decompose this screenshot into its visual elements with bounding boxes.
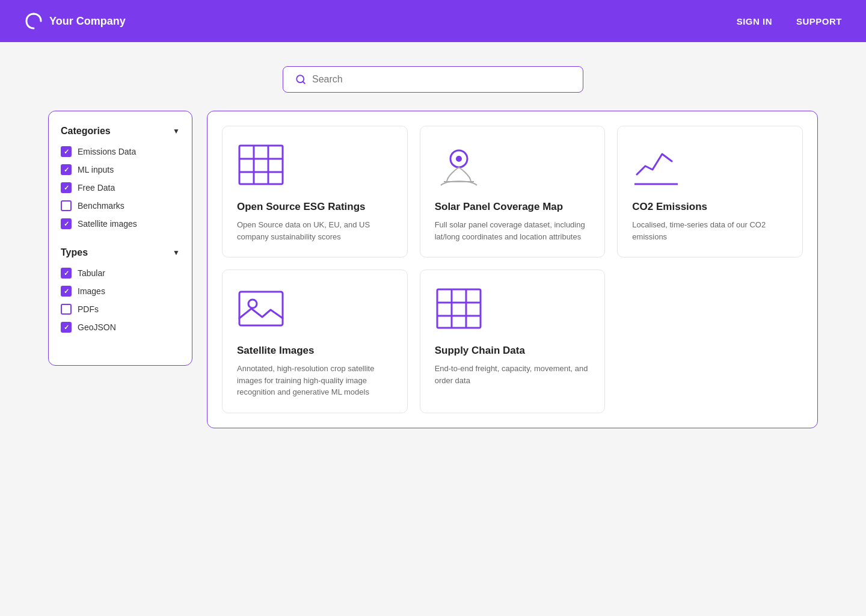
dataset-card[interactable]: CO2 Emissions Localised, time-series dat… — [617, 126, 803, 257]
sidebar-type-item[interactable]: Images — [61, 286, 180, 297]
dataset-card-icon — [237, 285, 393, 333]
brand: Your Company — [24, 11, 126, 31]
type-checkbox[interactable] — [61, 304, 72, 315]
sidebar-category-item[interactable]: ML inputs — [61, 164, 180, 175]
category-checkbox[interactable] — [61, 200, 72, 211]
type-checkbox[interactable] — [61, 268, 72, 279]
sidebar-category-item[interactable]: Emissions Data — [61, 146, 180, 157]
dataset-card[interactable]: Solar Panel Coverage Map Full solar pane… — [420, 126, 606, 257]
dataset-card-icon — [237, 141, 393, 189]
type-label: Tabular — [78, 268, 105, 278]
types-header[interactable]: Types ▼ — [61, 247, 180, 258]
dataset-card-desc: Open Source data on UK, EU, and US compa… — [237, 219, 393, 242]
type-label: GeoJSON — [78, 322, 116, 332]
dataset-card-title: Solar Panel Coverage Map — [435, 201, 591, 213]
search-box — [283, 66, 583, 93]
dataset-card-title: Open Source ESG Ratings — [237, 201, 393, 213]
category-checkbox[interactable] — [61, 218, 72, 229]
main-content: Categories ▼ Emissions Data ML inputs Fr… — [24, 111, 842, 452]
header-nav: SIGN IN SUPPORT — [737, 16, 842, 26]
sidebar-category-item[interactable]: Benchmarks — [61, 200, 180, 211]
category-label: Free Data — [78, 183, 115, 192]
sidebar: Categories ▼ Emissions Data ML inputs Fr… — [48, 111, 192, 366]
dataset-card-desc: End-to-end freight, capacity, movement, … — [435, 363, 591, 386]
svg-rect-2 — [239, 146, 283, 184]
dataset-card-desc: Localised, time-series data of our CO2 e… — [632, 219, 788, 242]
sidebar-type-item[interactable]: Tabular — [61, 268, 180, 279]
sign-in-link[interactable]: SIGN IN — [737, 16, 772, 26]
svg-line-1 — [302, 81, 304, 83]
sidebar-type-item[interactable]: PDFs — [61, 304, 180, 315]
dataset-grid-container: Open Source ESG Ratings Open Source data… — [207, 111, 818, 428]
categories-header[interactable]: Categories ▼ — [61, 126, 180, 137]
categories-chevron-icon: ▼ — [173, 127, 180, 135]
type-label: PDFs — [78, 304, 99, 314]
category-label: Benchmarks — [78, 201, 124, 211]
header: Your Company SIGN IN SUPPORT — [0, 0, 866, 42]
dataset-card-desc: Full solar panel coverage dataset, inclu… — [435, 219, 591, 242]
dataset-card[interactable]: Open Source ESG Ratings Open Source data… — [222, 126, 408, 257]
category-checkbox[interactable] — [61, 182, 72, 193]
dataset-card[interactable]: Satellite Images Annotated, high-resolut… — [222, 270, 408, 413]
svg-point-8 — [456, 156, 462, 162]
types-list: Tabular Images PDFs GeoJSON — [61, 268, 180, 333]
dataset-card-title: CO2 Emissions — [632, 201, 788, 213]
categories-section: Categories ▼ Emissions Data ML inputs Fr… — [61, 126, 180, 229]
category-checkbox[interactable] — [61, 146, 72, 157]
categories-list: Emissions Data ML inputs Free Data Bench… — [61, 146, 180, 229]
sidebar-type-item[interactable]: GeoJSON — [61, 322, 180, 333]
category-label: ML inputs — [78, 165, 114, 174]
dataset-card-title: Supply Chain Data — [435, 345, 591, 357]
support-link[interactable]: SUPPORT — [796, 16, 842, 26]
categories-title: Categories — [61, 126, 111, 137]
search-icon — [295, 74, 306, 85]
dataset-card-icon — [435, 285, 591, 333]
svg-rect-12 — [437, 289, 481, 328]
search-input[interactable] — [312, 74, 571, 85]
types-chevron-icon: ▼ — [173, 248, 180, 257]
dataset-card-icon — [435, 141, 591, 189]
dataset-card-title: Satellite Images — [237, 345, 393, 357]
type-checkbox[interactable] — [61, 286, 72, 297]
types-title: Types — [61, 247, 88, 258]
sidebar-category-item[interactable]: Free Data — [61, 182, 180, 193]
svg-point-11 — [248, 300, 257, 308]
dataset-card-desc: Annotated, high-resolution crop satellit… — [237, 363, 393, 398]
sidebar-category-item[interactable]: Satellite images — [61, 218, 180, 229]
type-checkbox[interactable] — [61, 322, 72, 333]
category-checkbox[interactable] — [61, 164, 72, 175]
types-section: Types ▼ Tabular Images PDFs GeoJSON — [61, 247, 180, 333]
type-label: Images — [78, 286, 105, 296]
dataset-card[interactable]: Supply Chain Data End-to-end freight, ca… — [420, 270, 606, 413]
svg-rect-10 — [239, 292, 283, 325]
search-container — [0, 42, 866, 111]
category-label: Satellite images — [78, 219, 137, 229]
brand-name: Your Company — [49, 15, 126, 28]
dataset-card-icon — [632, 141, 788, 189]
dataset-grid: Open Source ESG Ratings Open Source data… — [222, 126, 803, 413]
brand-logo-icon — [24, 11, 43, 31]
category-label: Emissions Data — [78, 147, 136, 156]
